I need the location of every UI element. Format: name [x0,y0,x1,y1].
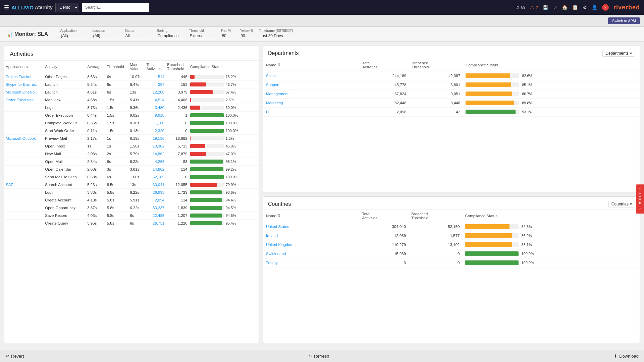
cell-breached: 114 [166,196,189,204]
departments-dropdown[interactable]: Departments ▾ [602,50,635,57]
cell-avg: 4.61s [86,88,106,96]
activities-panel: Activities Application ⇅ Activity Averag… [4,46,259,343]
cell-compliance: 79.9% [189,181,259,189]
cell-max: 13s [128,88,145,96]
filter-yellow: Yellow % [240,29,253,39]
search-input[interactable] [82,3,149,12]
country-th-breached[interactable]: BreachedThreshold [409,210,462,222]
filter-location-select[interactable]: (All) [92,33,119,39]
activities-table-header: Application ⇅ Activity Average Threshold… [4,61,259,73]
th-activity[interactable]: Activity [44,61,86,73]
user-icon[interactable]: 👤 [592,5,597,10]
filter-sorting-select[interactable]: Compliance [157,33,183,39]
cell-activity: Map view [44,96,86,104]
cell-threshold: 6s [106,73,128,81]
cell-activity: Create Account [44,196,86,204]
filter-threshold-label: Threshold [189,29,216,33]
cell-total: 2,054 [145,196,166,204]
th-threshold[interactable]: Threshold [106,61,128,73]
top-nav: ☰ ALLUVIO Aternity Demo 🖥 69 ⚠ 2 💾 ⤢ 🏠 📋… [0,0,644,15]
th-average[interactable]: Average [86,61,106,73]
departments-dropdown-label: Departments [605,51,629,56]
page-title-text: Monitor: SLA [14,31,48,37]
cell-total: 22,485 [145,212,166,220]
cell-compliance: 98.1% [189,158,259,166]
cell-name: United States [263,222,360,231]
cell-app: Skype for Busine.. [4,81,44,88]
cell-name: Marketing [263,99,360,108]
th-breached-threshold[interactable]: BreachedThreshold [166,61,189,73]
activities-table-scroll[interactable]: Application ⇅ Activity Average Threshold… [4,61,259,343]
th-max-value[interactable]: MaxValue [128,61,145,73]
countries-dropdown[interactable]: Countries ▾ [608,201,635,207]
help-icon[interactable]: ? [602,4,609,11]
filter-red-label: Red % [221,29,234,33]
cell-total: 60,041 [145,181,166,189]
cell-total: 10,382 [145,142,166,150]
cell-breached: 0 [166,119,189,127]
countries-dropdown-arrow: ▾ [630,202,632,206]
dept-th-compliance[interactable]: Compliance Status [463,59,640,71]
cell-max: 8.47s [128,81,145,88]
cell-threshold: 6s [106,158,128,166]
feedback-tab[interactable]: FEEDBACK [636,184,644,214]
th-application[interactable]: Application ⇅ [4,61,44,73]
copy-icon[interactable]: 📋 [572,5,578,10]
cell-app [4,104,44,112]
cell-total: 26,993 [145,189,166,196]
table-row: Sales 244,189 42,387 82.6% [263,71,640,80]
switch-to-apm-button[interactable]: Switch to APM [608,17,640,24]
cell-breached: 0 [166,173,189,181]
cell-activity: Open Opportunity [44,204,86,212]
dept-th-total[interactable]: TotalActivities [360,59,409,71]
cell-breached: 142 [409,108,463,117]
cell-total: 9,918 [145,112,166,119]
countries-table-scroll[interactable]: Name ⇅ TotalActivities BreachedThreshold… [263,210,640,343]
filter-threshold-select[interactable]: External [189,33,216,39]
cell-app: Microsoft Outlook [4,135,44,142]
departments-tbody: Sales 244,189 42,387 82.6% Support 45,77… [263,71,640,117]
filter-yellow-input[interactable] [240,33,253,39]
expand-icon[interactable]: ⤢ [553,5,557,10]
cell-compliance: 94.4% [189,196,259,204]
country-th-total[interactable]: TotalActivities [360,210,409,222]
settings-icon[interactable]: ⚙ [583,5,587,10]
dept-th-breached[interactable]: BreachedThreshold [409,59,463,71]
cell-compliance: 82.6% [463,71,640,80]
departments-header: Departments Departments ▾ [263,46,640,59]
save-icon[interactable]: 💾 [543,5,548,10]
cell-max: 6.22s [128,158,145,166]
demo-select[interactable]: Demo [55,3,79,12]
cell-total: 33,237 [145,204,166,212]
filter-timeframe-select[interactable]: Last 30 Days [259,33,293,39]
countries-table-header: Name ⇅ TotalActivities BreachedThreshold… [263,210,640,222]
cell-app [4,127,44,135]
cell-app: Microsoft OneNo.. [4,88,44,96]
cell-compliance: 100.0% [462,249,640,258]
filter-status-label: Status [124,29,151,33]
country-th-compliance[interactable]: Compliance Status [462,210,640,222]
th-compliance-status[interactable]: Compliance Status [189,61,259,73]
home-icon[interactable]: 🏠 [562,5,568,10]
cell-app [4,189,44,196]
departments-table-scroll[interactable]: Name ⇅ TotalActivities BreachedThreshold… [263,59,640,192]
filter-application-select[interactable]: (All) [60,33,87,39]
filter-threshold: Threshold External [189,29,216,39]
countries-panel: Countries Countries ▾ Name ⇅ TotalActivi… [263,196,640,343]
cell-total: 26,731 [145,220,166,227]
filter-status-select[interactable]: All [124,33,151,39]
activities-tbody: Project Tracker Other Pages 8.63s 6s 10.… [4,73,259,227]
country-th-name[interactable]: Name ⇅ [263,210,360,222]
filter-red-input[interactable] [221,33,234,39]
hamburger-icon[interactable]: ☰ [4,4,9,11]
cell-name: Support [263,80,360,89]
right-panel: Departments Departments ▾ Name ⇅ TotalAc… [263,46,640,343]
cell-compliance: 99.2% [189,166,259,173]
cell-breached: 1,839 [166,204,189,212]
th-total-activities[interactable]: TotalActivities [145,61,166,73]
cell-app [4,142,44,150]
cell-breached: 6,801 [409,80,463,89]
dept-th-name[interactable]: Name ⇅ [263,59,360,71]
cell-compliance: 13.2% [189,73,259,81]
cell-max: 5.41s [128,96,145,104]
